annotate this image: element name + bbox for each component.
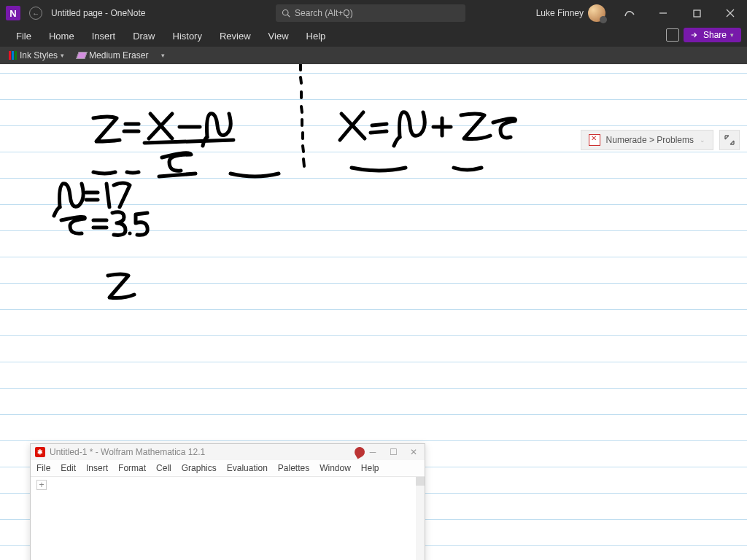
svg-line-1 xyxy=(287,15,290,17)
search-icon xyxy=(282,9,290,18)
svg-line-20 xyxy=(371,131,387,133)
ink-styles-tool[interactable]: Ink Styles ▾ xyxy=(4,50,69,61)
tab-home[interactable]: Home xyxy=(40,26,83,47)
svg-rect-3 xyxy=(694,10,700,17)
ink-styles-icon xyxy=(9,51,17,60)
search-placeholder: Search (Alt+Q) xyxy=(295,8,353,18)
maximize-button[interactable] xyxy=(680,0,713,26)
mathematica-menu-cell[interactable]: Cell xyxy=(156,463,171,473)
document-title: Untitled page - OneNote xyxy=(51,8,145,18)
ink-styles-label: Ink Styles xyxy=(20,50,58,61)
mathematica-titlebar[interactable]: ✱ Untitled-1 * - Wolfram Mathematica 12.… xyxy=(31,444,425,460)
share-label: Share xyxy=(703,30,727,40)
mathematica-menu-format[interactable]: Format xyxy=(118,463,146,473)
svg-line-19 xyxy=(372,124,387,125)
tab-draw[interactable]: Draw xyxy=(124,26,163,47)
mathematica-menu-evaluation[interactable]: Evaluation xyxy=(227,463,268,473)
share-button[interactable]: Share ▾ xyxy=(684,28,741,42)
tab-help[interactable]: Help xyxy=(298,26,335,47)
mathematica-menu-insert[interactable]: Insert xyxy=(86,463,108,473)
eraser-tool[interactable]: Medium Eraser xyxy=(73,50,152,61)
mathematica-menu-palettes[interactable]: Palettes xyxy=(278,463,309,473)
svg-line-13 xyxy=(303,159,304,166)
svg-line-12 xyxy=(303,146,303,152)
mathematica-menu-window[interactable]: Window xyxy=(320,463,351,473)
svg-line-9 xyxy=(301,106,302,112)
mathematica-menubar: File Edit Insert Format Cell Graphics Ev… xyxy=(31,460,425,476)
ribbon-tabs: File Home Insert Draw History Review Vie… xyxy=(0,26,747,47)
mathematica-menu-help[interactable]: Help xyxy=(361,463,379,473)
user-name[interactable]: Luke Finney xyxy=(536,8,584,18)
share-icon xyxy=(691,31,700,39)
mathematica-close-button[interactable]: ✕ xyxy=(403,444,425,460)
close-button[interactable] xyxy=(713,0,747,26)
chevron-down-icon: ▾ xyxy=(61,52,64,59)
svg-line-7 xyxy=(301,77,301,83)
mathematica-maximize-button[interactable]: ☐ xyxy=(382,444,404,460)
mathematica-vscroll-thumb[interactable] xyxy=(416,477,425,486)
mathematica-vscrollbar[interactable] xyxy=(416,477,425,560)
tab-review[interactable]: Review xyxy=(211,26,260,47)
wolfram-icon: ✱ xyxy=(35,447,45,457)
eraser-label: Medium Eraser xyxy=(89,50,148,61)
ink-replay-icon[interactable] xyxy=(613,0,646,26)
mathematica-menu-edit[interactable]: Edit xyxy=(61,463,76,473)
onenote-app-icon[interactable]: N xyxy=(6,6,20,20)
minimize-button[interactable] xyxy=(646,0,680,26)
new-cell-icon[interactable]: + xyxy=(36,480,47,490)
tab-insert[interactable]: Insert xyxy=(83,26,125,47)
mathematica-window[interactable]: ✱ Untitled-1 * - Wolfram Mathematica 12.… xyxy=(30,443,425,560)
open-in-new-window-icon[interactable] xyxy=(666,28,679,42)
tab-file[interactable]: File xyxy=(7,26,40,47)
svg-point-0 xyxy=(283,10,289,16)
svg-line-17 xyxy=(144,140,233,143)
user-avatar[interactable] xyxy=(588,4,605,22)
chevron-down-icon: ▾ xyxy=(730,31,734,39)
mathematica-notebook-body[interactable]: + xyxy=(31,476,425,560)
search-box[interactable]: Search (Alt+Q) xyxy=(276,4,465,22)
tab-view[interactable]: View xyxy=(260,26,298,47)
mathematica-minimize-button[interactable]: ─ xyxy=(362,444,384,460)
svg-point-27 xyxy=(128,232,132,236)
tab-history[interactable]: History xyxy=(164,26,211,47)
mathematica-title: Untitled-1 * - Wolfram Mathematica 12.1 xyxy=(50,447,205,457)
chevron-down-icon: ▾ xyxy=(161,52,165,59)
back-icon[interactable]: ← xyxy=(29,7,42,20)
eraser-icon xyxy=(76,52,88,59)
mathematica-menu-graphics[interactable]: Graphics xyxy=(182,463,217,473)
note-canvas[interactable]: Numerade > Problems ⌄ xyxy=(0,64,747,560)
mathematica-menu-file[interactable]: File xyxy=(36,463,50,473)
toolbar-overflow[interactable]: ▾ xyxy=(157,52,169,59)
svg-line-18 xyxy=(159,174,196,176)
title-bar: N ← Untitled page - OneNote Search (Alt+… xyxy=(0,0,747,26)
draw-toolbar: Ink Styles ▾ Medium Eraser ▾ xyxy=(0,47,747,64)
